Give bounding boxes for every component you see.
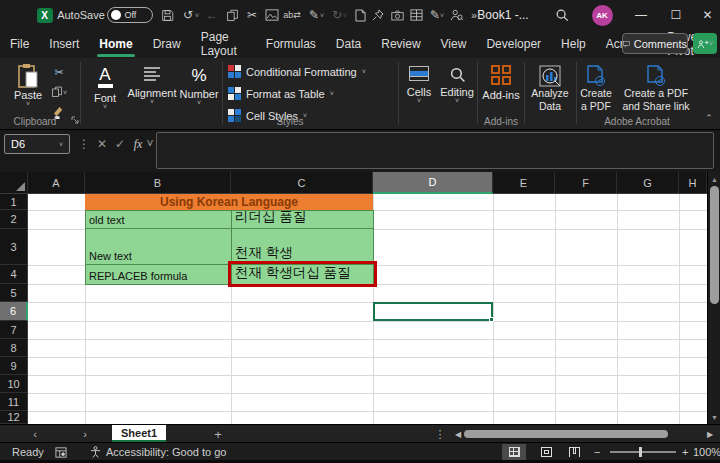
autosave-toggle[interactable]: Off (106, 0, 153, 30)
new-document-icon[interactable] (350, 0, 370, 30)
view-normal-button[interactable] (502, 444, 526, 460)
zoom-slider-track[interactable] (610, 451, 676, 453)
format-as-table-button[interactable]: Format as Table˅ (228, 87, 334, 100)
prev-sheet-icon[interactable]: ‹ (25, 425, 45, 443)
copy-icon[interactable] (222, 0, 242, 30)
ink-chevron-icon[interactable]: ˅ (318, 0, 326, 30)
accessibility-icon[interactable] (90, 443, 101, 461)
insert-function-icon[interactable]: fx (130, 134, 146, 154)
column-header-C[interactable]: C (231, 172, 373, 194)
macro-record-icon[interactable] (55, 443, 67, 461)
view-page-layout-button[interactable] (534, 444, 558, 460)
search-icon[interactable] (552, 0, 572, 30)
scroll-down-icon[interactable]: ▼ (708, 411, 720, 423)
comments-button[interactable]: Comments (622, 33, 688, 54)
cell-C3[interactable]: 천재 학생 (231, 228, 374, 265)
formula-input[interactable] (156, 132, 714, 169)
vertical-scrollbar[interactable]: ▲ ▼ (707, 172, 720, 424)
camera-icon[interactable] (387, 0, 407, 30)
row-header-6[interactable]: 6 (0, 302, 28, 321)
name-box[interactable]: D6˅ (4, 134, 70, 154)
tab-insert[interactable]: Insert (39, 30, 89, 58)
tab-draw[interactable]: Draw (143, 30, 191, 58)
font-group-button[interactable]: A Font ˅ (84, 66, 126, 109)
select-all-corner[interactable] (0, 172, 28, 194)
cell-B3[interactable]: New text (85, 228, 232, 265)
row-header-3[interactable]: 3 (0, 229, 28, 265)
draw-chevron-icon[interactable]: ˅ (438, 0, 446, 30)
row-header-10[interactable]: 10 (0, 375, 28, 393)
add-sheet-button[interactable]: + (208, 425, 228, 443)
tab-view[interactable]: View (431, 30, 477, 58)
column-header-A[interactable]: A (28, 172, 85, 194)
cell-B4[interactable]: REPLACEB formula (85, 264, 232, 285)
column-header-G[interactable]: G (617, 172, 679, 194)
maximize-button[interactable]: ☐ (661, 0, 691, 30)
next-sheet-icon[interactable]: › (75, 425, 95, 443)
tab-file[interactable]: File (0, 30, 39, 58)
row-header-9[interactable]: 9 (0, 357, 28, 375)
create-pdf-button[interactable]: Createa PDF (578, 65, 614, 113)
addins-button[interactable]: Add-ins (480, 65, 522, 101)
cell-B2[interactable]: old text (85, 210, 232, 229)
cancel-icon[interactable]: ✕ (94, 134, 110, 154)
person-search-icon[interactable] (446, 0, 466, 30)
undo-chevron-icon[interactable]: ˅ (193, 0, 201, 30)
tab-data[interactable]: Data (326, 30, 371, 58)
close-button[interactable]: ✕ (695, 0, 720, 30)
zoom-out-button[interactable]: − (594, 443, 600, 461)
cell-C2[interactable]: 리더십 품질 (231, 210, 374, 229)
cell-B1-merged-title[interactable]: Using Korean Language (85, 194, 373, 210)
tab-formulas[interactable]: Formulas (256, 30, 326, 58)
row-header-12[interactable]: 12 (0, 411, 28, 424)
tab-help[interactable]: Help (551, 30, 596, 58)
column-header-H[interactable]: H (679, 172, 707, 194)
view-page-break-button[interactable] (562, 444, 586, 460)
zoom-in-button[interactable]: + (682, 443, 688, 461)
avatar[interactable]: AK (591, 0, 613, 30)
cut-icon[interactable]: ✂ (50, 64, 68, 80)
row-header-11[interactable]: 11 (0, 393, 28, 411)
column-header-E[interactable]: E (493, 172, 555, 194)
fill-handle[interactable] (489, 317, 494, 322)
row-header-8[interactable]: 8 (0, 339, 28, 357)
column-header-B[interactable]: B (85, 172, 231, 194)
copy-icon[interactable]: ˅ (50, 84, 68, 100)
accessibility-status[interactable]: Accessibility: Good to go (106, 443, 226, 461)
share-button[interactable]: ˅ (693, 33, 717, 54)
excel-logo-icon[interactable]: X (36, 0, 53, 30)
row-header-2[interactable]: 2 (0, 210, 28, 229)
create-pdf-share-button[interactable]: Create a PDFand Share link (616, 65, 696, 113)
horizontal-scroll-thumb[interactable] (464, 430, 668, 438)
row-header-1[interactable]: 1 (0, 194, 28, 210)
paste-button[interactable]: Paste ˅ (10, 63, 46, 106)
form-icon[interactable] (406, 0, 426, 30)
column-header-F[interactable]: F (555, 172, 617, 194)
zoom-level[interactable]: 100% (693, 443, 720, 461)
enter-icon[interactable]: ✓ (112, 134, 128, 154)
analyze-data-button[interactable]: AnalyzeData (527, 65, 573, 113)
row-header-5[interactable]: 5 (0, 284, 28, 302)
scroll-up-icon[interactable]: ▲ (708, 173, 720, 185)
tab-home[interactable]: Home (89, 30, 142, 58)
replace-icon[interactable]: ab⇄ (282, 0, 302, 30)
number-group-button[interactable]: % Number ˅ (178, 66, 220, 105)
row-header-4[interactable]: 4 (0, 265, 28, 284)
clipboard-dialog-launcher-icon[interactable] (66, 112, 84, 128)
collapse-ribbon-icon[interactable]: ⌃ (700, 110, 718, 126)
tab-developer[interactable]: Developer (476, 30, 551, 58)
vertical-scroll-thumb[interactable] (710, 186, 719, 304)
cells-group-button[interactable]: Cells ˅ (402, 66, 436, 103)
save-icon[interactable] (157, 0, 177, 30)
column-header-D[interactable]: D (373, 172, 493, 194)
zoom-slider-thumb[interactable] (639, 447, 642, 457)
tab-review[interactable]: Review (371, 30, 430, 58)
pin-icon[interactable] (368, 0, 388, 30)
alignment-group-button[interactable]: Alignment ˅ (128, 66, 176, 104)
row-header-7[interactable]: 7 (0, 321, 28, 339)
minimize-button[interactable]: — (626, 0, 656, 30)
selected-cell-D6[interactable] (373, 302, 493, 321)
hscroll-right-icon[interactable]: ▶ (700, 425, 720, 443)
conditional-formatting-button[interactable]: Conditional Formatting˅ (228, 65, 366, 78)
picture-icon[interactable] (262, 0, 282, 30)
